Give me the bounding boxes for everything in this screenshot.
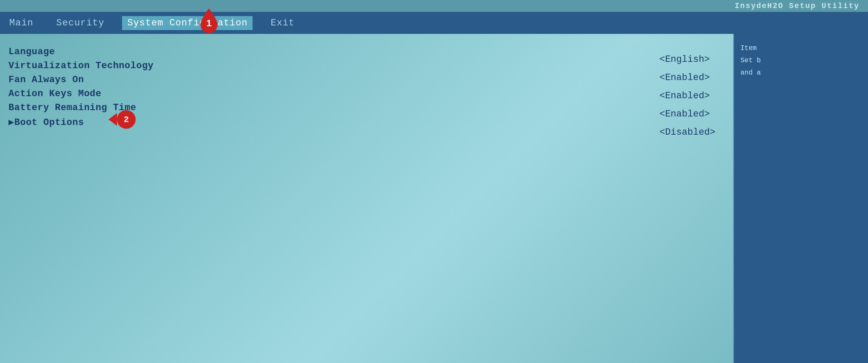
setting-label-virtualization: Virtualization Technology [8,61,154,71]
setting-row-fan[interactable]: Fan Always On [8,75,725,85]
title-bar: InsydeH2O Setup Utility [0,0,868,12]
menu-item-system-configuration[interactable]: System Configuration [122,16,253,30]
setting-label-fan: Fan Always On [8,75,84,85]
badge-2-arrow [108,113,117,126]
menu-item-main[interactable]: Main [4,16,39,30]
badge-1-container: 1 [198,8,220,34]
value-fan: <Enabled> [659,87,715,105]
main-content: Language Virtualization Technology Fan A… [0,34,733,363]
sidebar-text-line2: Set b [740,55,862,67]
menu-item-security[interactable]: Security [51,16,110,30]
menu-item-exit[interactable]: Exit [265,16,300,30]
setting-label-language: Language [8,47,55,57]
values-column: <English> <Enabled> <Enabled> <Enabled> … [659,51,715,141]
setting-row-language[interactable]: Language [8,47,725,57]
value-battery: <Disabled> [659,124,715,142]
right-sidebar: Item Set b and a [733,34,868,363]
setting-label-boot-options: ▶Boot Options [8,116,84,128]
setting-label-action-keys: Action Keys Mode [8,89,101,99]
badge-2-container: 2 [108,110,136,129]
sidebar-text-line3: and a [740,67,862,79]
value-language: <English> [659,51,715,69]
badge-2-circle: 2 [117,110,136,129]
value-virtualization: <Enabled> [659,69,715,87]
setting-row-action-keys[interactable]: Action Keys Mode [8,89,725,99]
menu-bar: Main Security System Configuration Exit [0,12,868,34]
svg-text:1: 1 [206,18,211,28]
value-action-keys: <Enabled> [659,105,715,124]
sidebar-text-line1: Item [740,42,862,55]
title-bar-text: InsydeH2O Setup Utility [735,2,860,10]
setting-row-virtualization[interactable]: Virtualization Technology [8,61,725,71]
